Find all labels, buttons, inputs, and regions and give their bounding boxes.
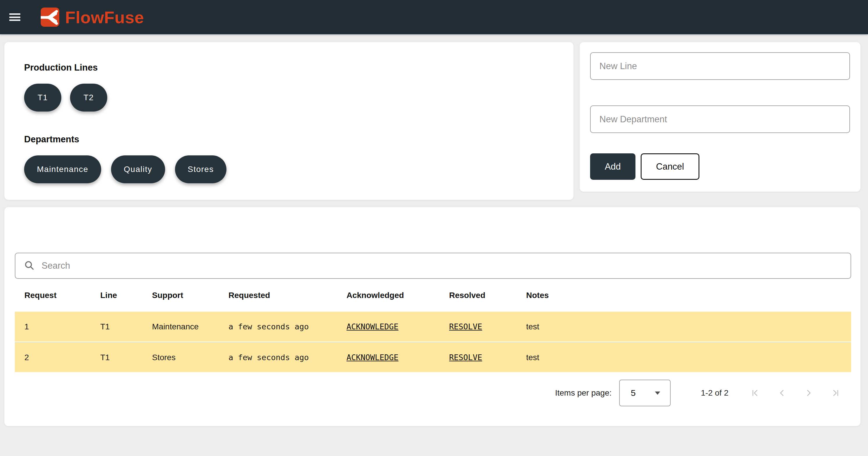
- chevron-down-icon: [655, 392, 660, 395]
- cell-notes: test: [526, 322, 851, 331]
- search-field[interactable]: [15, 253, 851, 279]
- add-form-card: Add Cancel: [580, 42, 861, 192]
- line-pill-t2[interactable]: T2: [70, 84, 107, 111]
- resolve-link[interactable]: RESOLVE: [449, 322, 482, 331]
- requests-card: Request Line Support Requested Acknowled…: [4, 207, 861, 426]
- items-per-page-label: Items per page:: [555, 388, 612, 398]
- search-icon: [24, 260, 35, 271]
- cell-requested: a few seconds ago: [228, 322, 346, 331]
- cell-requested: a few seconds ago: [228, 353, 346, 362]
- table-header-row: Request Line Support Requested Acknowled…: [15, 279, 851, 312]
- chevron-right-icon: [804, 389, 813, 397]
- top-navbar: FlowFuse: [0, 0, 868, 34]
- column-header-resolved: Resolved: [449, 291, 526, 300]
- table-row: 1 T1 Maintenance a few seconds ago ACKNO…: [15, 312, 851, 341]
- department-pill-maintenance[interactable]: Maintenance: [24, 155, 101, 183]
- cell-line: T1: [100, 353, 152, 362]
- search-input[interactable]: [41, 261, 842, 271]
- column-header-line: Line: [100, 291, 152, 300]
- resolve-link[interactable]: RESOLVE: [449, 353, 482, 362]
- cell-notes: test: [526, 353, 851, 362]
- menu-bar: [9, 17, 20, 18]
- chevron-left-icon: [778, 389, 786, 397]
- menu-bar: [9, 13, 20, 15]
- acknowledge-link[interactable]: ACKNOWLEDGE: [346, 353, 399, 362]
- column-header-request: Request: [24, 291, 100, 300]
- menu-icon[interactable]: [9, 13, 20, 21]
- next-page-button[interactable]: [795, 380, 822, 406]
- cell-support: Maintenance: [152, 322, 228, 331]
- last-page-icon: [831, 389, 840, 397]
- first-page-button[interactable]: [742, 380, 769, 406]
- page: FlowFuse Production Lines T1 T2 Departme…: [0, 0, 868, 456]
- department-pill-stores[interactable]: Stores: [175, 155, 227, 183]
- first-page-icon: [751, 389, 760, 397]
- last-page-button[interactable]: [822, 380, 849, 406]
- cancel-button[interactable]: Cancel: [641, 153, 700, 180]
- new-line-input[interactable]: [590, 52, 850, 80]
- previous-page-button[interactable]: [769, 380, 795, 406]
- column-header-notes: Notes: [526, 291, 851, 300]
- cell-line: T1: [100, 322, 152, 331]
- line-pill-t1[interactable]: T1: [24, 84, 61, 111]
- column-header-support: Support: [152, 291, 228, 300]
- acknowledge-link[interactable]: ACKNOWLEDGE: [346, 322, 399, 331]
- column-header-requested: Requested: [228, 291, 346, 300]
- paginator: Items per page: 5 1-2 of 2: [555, 379, 849, 408]
- form-buttons: Add Cancel: [590, 153, 850, 180]
- departments-title: Departments: [24, 134, 554, 144]
- departments-list: Maintenance Quality Stores: [24, 155, 554, 183]
- column-header-acknowledged: Acknowledged: [346, 291, 449, 300]
- production-lines-list: T1 T2: [24, 84, 554, 111]
- department-pill-quality[interactable]: Quality: [111, 155, 165, 183]
- menu-bar: [9, 20, 20, 21]
- cell-request: 1: [24, 322, 100, 331]
- page-range-label: 1-2 of 2: [701, 388, 728, 398]
- cell-request: 2: [24, 353, 100, 362]
- brand: FlowFuse: [41, 7, 144, 27]
- table-row: 2 T1 Stores a few seconds ago ACKNOWLEDG…: [15, 342, 851, 372]
- flowfuse-logo-icon: [41, 7, 59, 27]
- production-lines-title: Production Lines: [24, 62, 554, 73]
- lines-departments-card: Production Lines T1 T2 Departments Maint…: [4, 42, 574, 200]
- items-per-page-select[interactable]: 5: [619, 380, 671, 406]
- new-department-input[interactable]: [590, 105, 850, 133]
- cell-support: Stores: [152, 353, 228, 362]
- items-per-page-value: 5: [631, 388, 636, 398]
- brand-title: FlowFuse: [65, 7, 144, 27]
- add-button[interactable]: Add: [590, 153, 636, 180]
